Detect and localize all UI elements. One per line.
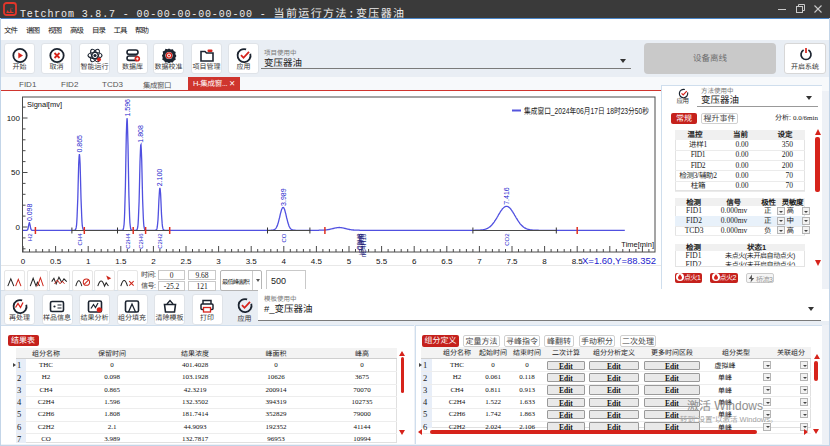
svg-text:8: 8 (542, 257, 547, 265)
svg-text:3.5: 3.5 (246, 257, 258, 265)
svg-text:1: 1 (86, 257, 91, 265)
svg-text:0: 0 (16, 223, 21, 232)
svg-text:X=1.60,Y=88.352: X=1.60,Y=88.352 (582, 255, 656, 266)
svg-text:0.865: 0.865 (76, 135, 83, 153)
svg-text:C2H2: C2H2 (157, 233, 163, 249)
svg-text:6: 6 (412, 257, 417, 265)
svg-text:1.5: 1.5 (115, 257, 127, 265)
svg-text:7.5: 7.5 (506, 257, 518, 265)
svg-text:C2H4: C2H4 (125, 233, 131, 249)
svg-text:H2: H2 (27, 233, 33, 241)
svg-text:4: 4 (282, 257, 287, 265)
svg-text:50: 50 (11, 168, 20, 177)
svg-text:2.5: 2.5 (180, 257, 192, 265)
svg-text:0.5: 0.5 (50, 257, 62, 265)
svg-text:3: 3 (216, 257, 221, 265)
svg-text:2.100: 2.100 (156, 169, 163, 187)
svg-text:7.416: 7.416 (503, 187, 510, 205)
svg-text:5.5: 5.5 (376, 257, 388, 265)
svg-text:CH4: CH4 (77, 233, 83, 246)
svg-text:Signal[mv]: Signal[mv] (27, 100, 62, 109)
svg-text:3.989: 3.989 (280, 188, 287, 206)
svg-text:集成窗口_2024年06月17日 18时23分50秒: 集成窗口_2024年06月17日 18时23分50秒 (524, 106, 649, 116)
svg-text:100: 100 (7, 114, 21, 123)
svg-text:5: 5 (347, 257, 352, 265)
svg-text:1.808: 1.808 (137, 125, 144, 143)
svg-text:0: 0 (21, 257, 26, 265)
svg-text:2: 2 (151, 257, 156, 265)
svg-text:C2H6: C2H6 (138, 233, 144, 249)
svg-text:nC4H10: nC4H10 (360, 233, 367, 257)
svg-text:7: 7 (477, 257, 482, 265)
svg-text:CO: CO (281, 233, 287, 242)
svg-text:0.098: 0.098 (26, 203, 33, 221)
svg-text:1.596: 1.596 (124, 99, 131, 117)
svg-text:CO2: CO2 (504, 233, 510, 246)
svg-text:Time[min]: Time[min] (621, 240, 654, 249)
svg-text:4.5: 4.5 (311, 257, 323, 265)
svg-text:6.5: 6.5 (441, 257, 453, 265)
